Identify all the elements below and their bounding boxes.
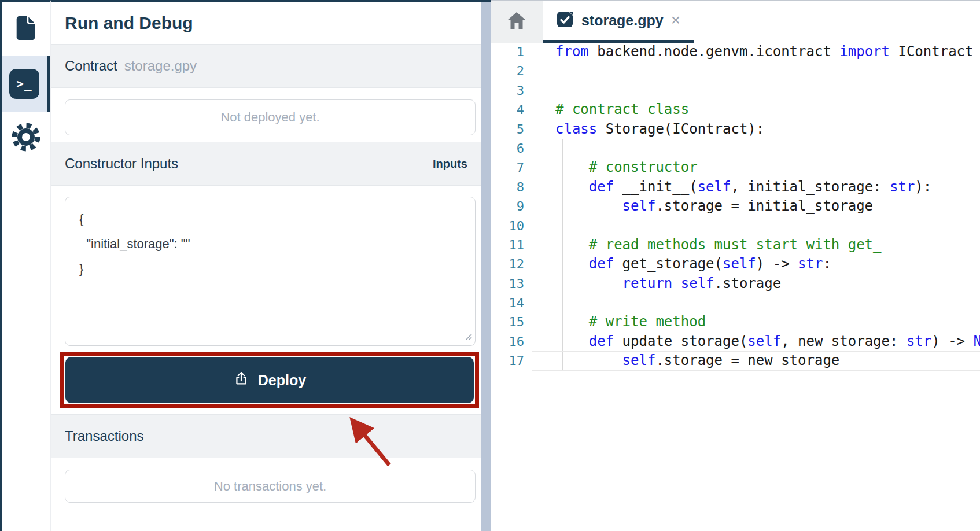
code-line[interactable]: # write method	[555, 312, 980, 331]
sidebar-item-settings[interactable]	[2, 121, 50, 156]
code-scroll-area[interactable]: 1234567891011121314151617 from backend.n…	[491, 42, 980, 531]
constructor-inputs-label: Constructor Inputs	[65, 156, 178, 172]
activity-bar: >_	[2, 0, 51, 531]
sidebar-item-run-debug[interactable]: >_	[2, 56, 50, 112]
line-number: 11	[491, 235, 524, 255]
deploy-button-label: Deploy	[258, 372, 306, 389]
code-line[interactable]: def __init__(self, initial_storage: str)…	[555, 178, 980, 197]
terminal-icon: >_	[9, 69, 39, 99]
transactions-placeholder: No transactions yet.	[65, 470, 476, 503]
upload-icon	[233, 370, 249, 390]
home-icon	[506, 10, 528, 33]
code-line[interactable]: # read methods must start with get_	[555, 235, 980, 255]
line-number: 9	[491, 197, 524, 216]
line-number: 1	[491, 42, 524, 61]
line-number: 17	[491, 351, 524, 370]
tab-label: storage.gpy	[581, 12, 664, 29]
code-content[interactable]: from backend.node.genvm.icontract import…	[532, 42, 980, 531]
line-number: 13	[491, 274, 524, 293]
code-line[interactable]: def get_storage(self) -> str:	[555, 255, 980, 274]
indent-guide	[594, 197, 594, 235]
deployed-contract-placeholder: Not deployed yet.	[65, 99, 476, 135]
line-number: 12	[491, 255, 524, 274]
home-tab-block	[491, 1, 543, 43]
line-number: 6	[491, 139, 524, 158]
code-line[interactable]: class Storage(IContract):	[555, 120, 980, 139]
constructor-inputs-header: Constructor Inputs Inputs	[51, 142, 481, 186]
line-number: 7	[491, 158, 524, 177]
line-number: 16	[491, 332, 524, 351]
line-number: 2	[491, 61, 524, 80]
sidebar-item-files[interactable]	[2, 12, 50, 46]
code-line[interactable]: self.storage = new_storage	[555, 351, 980, 370]
run-and-debug-panel: Run and Debug Contract storage.gpy Not d…	[51, 0, 481, 531]
deploy-highlight-annotation: Deploy	[60, 352, 479, 408]
code-line[interactable]	[555, 61, 980, 80]
line-number: 3	[491, 81, 524, 100]
code-line[interactable]: # contract class	[555, 100, 980, 119]
code-line[interactable]: self.storage = initial_storage	[555, 197, 980, 216]
terminal-glyph: >_	[16, 77, 32, 91]
constructor-inputs-json-field[interactable]: { "initial_storage": "" }	[65, 197, 476, 346]
panel-resize-divider[interactable]	[481, 0, 491, 531]
indent-guide	[594, 274, 594, 313]
inputs-toggle-button[interactable]: Inputs	[433, 157, 467, 171]
code-line[interactable]: from backend.node.genvm.icontract import…	[555, 42, 980, 61]
line-number: 4	[491, 100, 524, 119]
editor-tab-bar: storage.gpy ×	[491, 0, 980, 42]
panel-title: Run and Debug	[51, 2, 481, 44]
home-button[interactable]	[506, 10, 528, 33]
line-number: 5	[491, 120, 524, 139]
close-icon[interactable]: ×	[671, 12, 680, 28]
code-line[interactable]: return self.storage	[555, 274, 980, 293]
code-line[interactable]	[555, 81, 980, 100]
transactions-section-header: Transactions	[51, 414, 481, 458]
file-check-icon	[556, 10, 574, 31]
indent-guide	[562, 139, 563, 371]
line-number: 8	[491, 178, 524, 197]
code-line[interactable]	[555, 139, 980, 158]
line-number: 10	[491, 216, 524, 235]
line-number: 14	[491, 293, 524, 312]
contract-filename: storage.gpy	[124, 58, 197, 74]
transactions-label: Transactions	[65, 428, 144, 444]
indent-guide	[594, 351, 594, 370]
contract-label: Contract	[65, 58, 117, 74]
code-line[interactable]	[555, 216, 980, 235]
deploy-button[interactable]: Deploy	[65, 357, 474, 403]
line-number: 15	[491, 312, 524, 331]
gear-icon	[11, 122, 41, 154]
contract-section-header: Contract storage.gpy	[51, 44, 481, 88]
code-line[interactable]: def update_storage(self, new_storage: st…	[555, 332, 980, 351]
tab-storage-gpy[interactable]: storage.gpy ×	[543, 1, 694, 43]
constructor-inputs-editor-wrap: { "initial_storage": "" }	[65, 197, 476, 346]
code-line[interactable]: # constructor	[555, 158, 980, 177]
line-number-gutter: 1234567891011121314151617	[491, 42, 532, 531]
code-line[interactable]	[555, 293, 980, 312]
code-editor: storage.gpy × 1234567891011121314151617 …	[491, 0, 980, 531]
file-icon	[13, 14, 39, 43]
app-window: >_ Run and Debug Contract storage.gpy No…	[0, 0, 980, 531]
